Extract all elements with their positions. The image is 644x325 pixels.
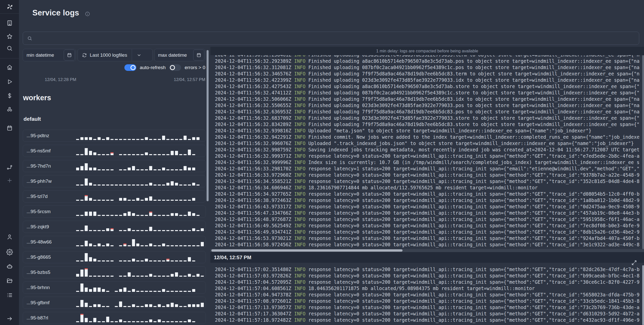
activity-bar	[196, 245, 199, 246]
activity-bar	[132, 139, 135, 140]
error-segment	[149, 212, 152, 213]
activity-bar	[179, 276, 182, 277]
activity-bar	[145, 276, 148, 277]
activity-bar	[106, 228, 109, 231]
worker-row[interactable]: ...95-g8665	[23, 251, 206, 263]
worker-activity-bars	[76, 297, 204, 309]
worker-row[interactable]: ...95-tzl7d	[23, 190, 206, 202]
activity-bar	[136, 154, 139, 155]
activity-bar	[162, 185, 165, 186]
activity-bar	[110, 139, 114, 140]
dollar-icon[interactable]	[5, 91, 14, 100]
activity-bar	[136, 291, 139, 292]
route-icon[interactable]	[5, 162, 14, 172]
auto-refresh-toggle[interactable]	[124, 64, 136, 71]
activity-bar	[179, 200, 182, 201]
worker-row[interactable]: ...95-bzbs5	[23, 266, 206, 278]
folder-icon[interactable]	[5, 276, 14, 286]
activity-bar	[166, 200, 169, 201]
building-icon[interactable]	[5, 18, 14, 28]
log-horizontal-scrollbar[interactable]	[210, 249, 644, 252]
worker-row[interactable]: ...95-brhnn	[23, 281, 206, 294]
activity-bar	[149, 260, 152, 261]
activity-bar	[158, 291, 161, 292]
activity-bar	[171, 151, 174, 155]
activity-bar	[171, 230, 174, 231]
activity-bar	[119, 276, 122, 277]
activity-bar	[201, 228, 204, 231]
activity-bar	[119, 319, 122, 322]
activity-bar	[115, 185, 118, 186]
worker-row[interactable]: ...95-48w66	[23, 236, 206, 248]
activity-bar	[89, 212, 92, 216]
auto-refresh-label: auto-refresh	[140, 65, 166, 70]
activity-bar	[145, 215, 148, 216]
max-datetime-field[interactable]: max datetime	[154, 49, 205, 61]
logfiles-dropdown-button[interactable]	[132, 49, 146, 61]
activity-bar	[85, 253, 88, 261]
activity-bar	[201, 303, 204, 307]
activity-bar	[149, 319, 152, 322]
activity-bar	[98, 288, 101, 292]
activity-bar	[110, 200, 114, 201]
worker-row[interactable]: ...95-ns5mf	[23, 145, 206, 157]
activity-bar	[76, 291, 79, 292]
robot-icon[interactable]	[5, 262, 14, 271]
min-datetime-field[interactable]: min datetime	[23, 49, 76, 61]
activity-bar	[192, 228, 195, 231]
activity-bar	[145, 198, 148, 201]
expand-icon[interactable]	[631, 260, 637, 266]
star-icon[interactable]	[5, 32, 14, 41]
activity-bar	[136, 215, 139, 216]
info-icon[interactable]	[85, 11, 90, 17]
min-datetime-calendar-button[interactable]	[64, 50, 75, 60]
log-line: 2024-12-04T11:56:32.312081Z INFO Finishe…	[210, 64, 644, 71]
activity-bar	[89, 257, 92, 261]
search-icon[interactable]	[5, 44, 14, 53]
log-section-1-scrollbar[interactable]	[642, 55, 644, 249]
activity-bar	[119, 139, 122, 140]
errors-toggle[interactable]	[169, 64, 181, 71]
worker-row[interactable]: ...95-b87rl	[23, 312, 206, 324]
max-datetime-calendar-button[interactable]	[193, 50, 204, 60]
activity-bar	[175, 139, 178, 140]
plus-icon[interactable]	[5, 176, 14, 185]
calendar-icon	[196, 52, 202, 58]
worker-list-scrollbar[interactable]	[207, 50, 209, 201]
windmill-logo[interactable]	[5, 2, 14, 11]
log-horizontal-scrollbar-thumb[interactable]	[211, 249, 403, 252]
user-icon[interactable]	[5, 232, 14, 242]
play-icon[interactable]	[5, 77, 14, 87]
delay-notice: 1 min delay: logs are compacted before b…	[210, 47, 644, 55]
calendar-icon[interactable]	[5, 123, 14, 133]
arrow-right-icon[interactable]	[5, 314, 14, 323]
activity-bar	[80, 270, 83, 277]
worker-row[interactable]: ...95-zqkt9	[23, 221, 206, 233]
activity-bar	[85, 163, 88, 170]
worker-row[interactable]: ...95-gfbmf	[23, 297, 206, 309]
activity-bar	[162, 215, 165, 216]
activity-bar	[158, 276, 161, 277]
worker-name: ...95-phh7w	[27, 178, 76, 184]
worker-row[interactable]: ...95-pdtnz	[23, 130, 206, 142]
list-icon[interactable]	[5, 290, 14, 300]
search-input[interactable]	[35, 35, 639, 41]
worker-row[interactable]: ...95-7hd7n	[23, 160, 206, 172]
activity-bar	[136, 260, 139, 261]
gear-icon[interactable]	[5, 247, 14, 257]
activity-bar	[184, 306, 187, 307]
activity-bar	[149, 243, 152, 246]
toggle-row: auto-refresh errors > 0	[23, 64, 205, 71]
activity-bar	[141, 139, 144, 140]
home-icon[interactable]	[5, 63, 14, 72]
cubes-icon[interactable]	[5, 105, 14, 114]
activity-bar	[166, 321, 169, 322]
log-section-2-scrollbar[interactable]	[642, 265, 644, 325]
activity-bar	[153, 291, 157, 292]
activity-bar	[192, 168, 195, 170]
activity-bar	[119, 198, 122, 201]
activity-bar	[85, 195, 88, 201]
worker-row[interactable]: ...95-5rcsm	[23, 206, 206, 218]
worker-row[interactable]: ...95-phh7w	[23, 175, 206, 187]
logfiles-refresh-segment[interactable]: Last 1000 logfiles	[78, 49, 132, 61]
